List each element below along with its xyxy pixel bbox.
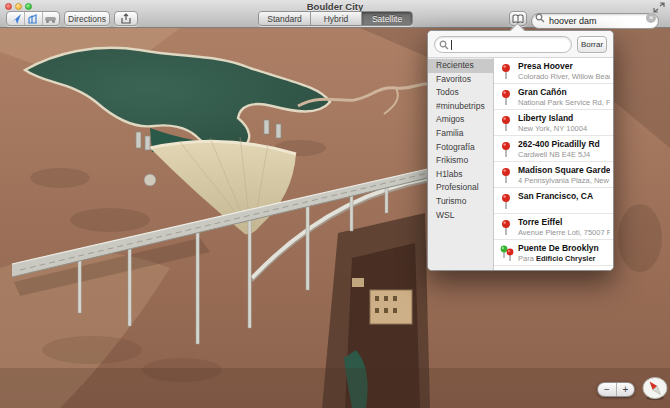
toolbar-search: × <box>531 10 659 26</box>
result-title: San Francisco, CA <box>518 191 610 201</box>
red-pin-icon <box>499 166 513 186</box>
map-mode-standard[interactable]: Standard <box>259 12 310 25</box>
compass-control[interactable] <box>641 376 669 402</box>
titlebar: Boulder City Directions <box>0 0 670 28</box>
red-pin-icon <box>499 218 513 238</box>
result-subtitle: New York, NY 10004 <box>518 124 610 133</box>
fullscreen-icon[interactable] <box>653 2 665 13</box>
sidebar-collection-item[interactable]: Turismo <box>428 195 493 209</box>
sidebar-collection-item[interactable]: Familia <box>428 127 493 141</box>
maps-app-window: Boulder City Directions <box>0 0 670 408</box>
sidebar-item-label: Familia <box>436 128 463 138</box>
share-icon <box>120 13 132 25</box>
sidebar-item-label: Recientes <box>436 60 474 70</box>
collections-sidebar: Recientes Favoritos Todos #minubetrips A… <box>428 58 494 270</box>
share-button[interactable] <box>114 11 138 26</box>
map-mode-satellite[interactable]: Satellite <box>361 12 412 25</box>
sidebar-item-label: Profesional <box>436 182 479 192</box>
recent-result-row[interactable]: Presa Hoover Colorado River, Willow Beac… <box>494 58 613 84</box>
sidebar-item-label: #minubetrips <box>436 101 485 111</box>
zoom-out-button[interactable]: − <box>598 383 616 396</box>
sidebar-item-label: Favoritos <box>436 74 471 84</box>
result-title: Puente De Brooklyn <box>518 269 610 270</box>
directions-label: Directions <box>68 14 106 24</box>
recent-result-row[interactable]: 262-400 Picadilly Rd Cardwell NB E4E 5J4 <box>494 136 613 162</box>
sidebar-collection-item[interactable]: H1labs <box>428 168 493 182</box>
red-pin-icon <box>499 88 513 108</box>
result-title: Gran Cañón <box>518 87 610 97</box>
bookmarks-icon <box>512 14 524 24</box>
recent-result-row[interactable]: Liberty Island New York, NY 10004 <box>494 110 613 136</box>
popover-search-field[interactable] <box>434 36 572 53</box>
current-location-button[interactable] <box>7 12 24 25</box>
popover-body: Recientes Favoritos Todos #minubetrips A… <box>428 58 613 270</box>
directions-button[interactable]: Directions <box>64 11 110 26</box>
recent-result-row[interactable]: Gran Cañón National Park Service Rd, Fre… <box>494 84 613 110</box>
result-subtitle: Cardwell NB E4E 5J4 <box>518 150 610 159</box>
result-title: 262-400 Picadilly Rd <box>518 139 610 149</box>
sidebar-item-label: Todos <box>436 87 459 97</box>
map-mode-segmented-control: StandardHybridSatellite <box>258 11 413 26</box>
sidebar-collection-item[interactable]: Favoritos <box>428 73 493 87</box>
sidebar-collection-item[interactable]: Profesional <box>428 181 493 195</box>
sidebar-item-label: H1labs <box>436 169 462 179</box>
sidebar-collection-item[interactable]: #minubetrips <box>428 100 493 114</box>
map-mode-hybrid[interactable]: Hybrid <box>310 12 361 25</box>
search-icon <box>535 13 545 23</box>
sidebar-collection-item[interactable]: Amigos <box>428 113 493 127</box>
result-subtitle: Colorado River, Willow Beach,… <box>518 72 610 81</box>
sidebar-item-label: Amigos <box>436 114 464 124</box>
zoom-in-button[interactable]: + <box>616 383 634 396</box>
sidebar-collection-item[interactable]: Frikismo <box>428 154 493 168</box>
search-icon <box>439 40 449 50</box>
sidebar-item-label: WSL <box>436 210 454 220</box>
red-pin-icon <box>499 192 513 212</box>
route-pins-icon <box>499 244 515 264</box>
recent-result-row[interactable]: Puente De Brooklyn Para Edificio Chrysle… <box>494 240 613 266</box>
recents-popover: Borrar Recientes Favoritos Todos #minube… <box>427 30 614 271</box>
red-pin-icon <box>499 114 513 134</box>
recents-results-list: Presa Hoover Colorado River, Willow Beac… <box>494 58 613 270</box>
result-title: Presa Hoover <box>518 61 610 71</box>
3d-view-icon <box>27 13 39 25</box>
clear-search-button[interactable]: × <box>646 13 656 23</box>
traffic-icon <box>44 14 57 24</box>
recent-result-row[interactable]: Madison Square Garden 4 Pennsylvania Pla… <box>494 162 613 188</box>
sidebar-item-label: Fotografía <box>436 142 475 152</box>
result-title: Liberty Island <box>518 113 610 123</box>
sidebar-item-label: Frikismo <box>436 155 468 165</box>
navigation-button-group <box>6 11 60 26</box>
traffic-button[interactable] <box>42 12 59 25</box>
search-input[interactable] <box>531 13 659 29</box>
result-subtitle: 4 Pennsylvania Plaza, New York NY <box>518 176 610 185</box>
result-title: Madison Square Garden <box>518 165 610 175</box>
current-location-icon <box>10 13 22 25</box>
recent-result-row[interactable]: Puente De Brooklyn <box>494 266 613 270</box>
3d-view-button[interactable] <box>24 12 41 25</box>
red-pin-icon <box>499 62 513 82</box>
recent-result-row[interactable]: Torre Eiffel Avenue Pierre Loti, 75007 P… <box>494 214 613 240</box>
clear-recents-button[interactable]: Borrar <box>577 36 607 53</box>
sidebar-collection-item[interactable]: Todos <box>428 86 493 100</box>
zoom-control: − + <box>597 382 635 397</box>
clear-recents-label: Borrar <box>581 40 603 49</box>
sidebar-collection-item[interactable]: Recientes <box>428 59 493 73</box>
result-title: Torre Eiffel <box>518 217 610 227</box>
result-subtitle: Para Edificio Chrysler <box>518 254 610 263</box>
result-title: Puente De Brooklyn <box>518 243 610 253</box>
recent-result-row[interactable]: San Francisco, CA <box>494 188 613 214</box>
result-subtitle: Avenue Pierre Loti, 75007 París <box>518 228 610 237</box>
result-subtitle: National Park Service Rd, Fredo… <box>518 98 610 107</box>
sidebar-item-label: Turismo <box>436 196 466 206</box>
popover-topbar: Borrar <box>428 31 613 58</box>
popover-search-input[interactable] <box>451 38 567 51</box>
sidebar-collection-item[interactable]: WSL <box>428 209 493 223</box>
red-pin-icon <box>499 140 513 160</box>
sidebar-collection-item[interactable]: Fotografía <box>428 141 493 155</box>
